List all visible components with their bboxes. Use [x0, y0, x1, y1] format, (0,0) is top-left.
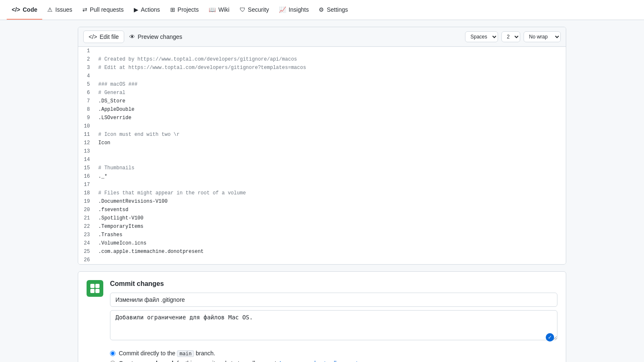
check-icon: ✓ [546, 333, 554, 342]
line-code[interactable] [95, 181, 566, 189]
wiki-icon: 📖 [209, 6, 216, 13]
nav-actions[interactable]: ▶ Actions [129, 0, 165, 20]
table-row: 13 [78, 147, 566, 156]
line-code[interactable] [95, 147, 566, 156]
line-code[interactable]: ### macOS ### [95, 80, 566, 89]
line-number: 18 [78, 189, 95, 197]
line-code[interactable]: .AppleDouble [95, 105, 566, 114]
main-container: </> Edit file 👁 Preview changes Spaces 2… [71, 20, 573, 362]
table-row: 24.VolumeIcon.icns [78, 239, 566, 247]
line-code[interactable]: .DS_Store [95, 97, 566, 105]
line-number: 12 [78, 139, 95, 147]
line-code[interactable] [95, 122, 566, 130]
table-row: 3# Edit at https://www.toptal.com/develo… [78, 64, 566, 72]
svg-rect-2 [90, 289, 95, 293]
table-row: 2# Created by https://www.toptal.com/dev… [78, 55, 566, 64]
nav-pull-requests-label: Pull requests [90, 6, 124, 13]
radio-direct-label: Commit directly to the main branch. [119, 350, 215, 357]
line-code[interactable]: .LSOverride [95, 114, 566, 122]
radio-new-branch-option[interactable]: Create a new branch for this commit and … [110, 360, 557, 362]
line-code[interactable]: .Spotlight-V100 [95, 214, 566, 222]
line-number: 11 [78, 130, 95, 139]
line-number: 17 [78, 181, 95, 189]
line-code[interactable]: # General [95, 89, 566, 97]
line-number: 7 [78, 97, 95, 105]
preview-icon: 👁 [129, 33, 135, 40]
nav-projects[interactable]: ⊞ Projects [165, 0, 204, 20]
code-icon: </> [12, 6, 20, 13]
avatar-block [87, 280, 103, 362]
preview-changes-tab[interactable]: 👁 Preview changes [124, 31, 187, 43]
nav-insights[interactable]: 📈 Insights [274, 0, 314, 20]
actions-icon: ▶ [134, 6, 138, 13]
nav-issues[interactable]: ⚠ Issues [42, 0, 77, 20]
insights-icon: 📈 [279, 6, 286, 13]
line-number: 6 [78, 89, 95, 97]
table-row: 18# Files that might appear in the root … [78, 189, 566, 197]
radio-direct-option[interactable]: Commit directly to the main branch. [110, 350, 557, 357]
line-number: 16 [78, 172, 95, 181]
line-number: 1 [78, 47, 95, 55]
line-code[interactable]: .com.apple.timemachine.donotpresent [95, 247, 566, 256]
pull-request-icon: ⇄ [82, 6, 87, 13]
table-row: 9.LSOverride [78, 114, 566, 122]
toolbar-right: Spaces 2 4 No wrap Soft wrap [465, 31, 561, 42]
edit-tab-label: Edit file [100, 33, 119, 40]
table-row: 10 [78, 122, 566, 130]
table-row: 25.com.apple.timemachine.donotpresent [78, 247, 566, 256]
radio-direct-input[interactable] [110, 351, 115, 356]
line-number: 15 [78, 164, 95, 172]
nav-wiki[interactable]: 📖 Wiki [204, 0, 234, 20]
edit-icon: </> [89, 33, 97, 40]
line-code[interactable]: ._* [95, 172, 566, 181]
line-code[interactable]: .VolumeIcon.icns [95, 239, 566, 247]
avatar-icon [89, 282, 101, 295]
line-number: 20 [78, 206, 95, 214]
table-row: 7.DS_Store [78, 97, 566, 105]
line-code[interactable]: # Created by https://www.toptal.com/deve… [95, 55, 566, 64]
line-code[interactable]: # Thumbnails [95, 164, 566, 172]
nav-security[interactable]: 🛡 Security [235, 0, 274, 20]
svg-rect-0 [90, 284, 95, 288]
table-row: 17 [78, 181, 566, 189]
line-code[interactable]: .Trashes [95, 231, 566, 239]
line-number: 2 [78, 55, 95, 64]
commit-description-wrapper: ✓ [110, 310, 557, 345]
edit-file-tab[interactable]: </> Edit file [83, 31, 124, 43]
indent-size-select[interactable]: 2 4 [501, 31, 520, 42]
nav-insights-label: Insights [289, 6, 309, 13]
line-code[interactable] [95, 72, 566, 80]
line-code[interactable]: .fseventsd [95, 206, 566, 214]
nav-settings[interactable]: ⚙ Settings [314, 0, 353, 20]
spaces-select[interactable]: Spaces [465, 31, 498, 42]
line-number: 10 [78, 122, 95, 130]
nav-actions-label: Actions [141, 6, 160, 13]
nav-issues-label: Issues [55, 6, 72, 13]
line-code[interactable]: .TemporaryItems [95, 222, 566, 231]
line-code[interactable]: .DocumentRevisions-V100 [95, 197, 566, 206]
line-code[interactable]: Icon [95, 139, 566, 147]
commit-description-textarea[interactable] [110, 310, 557, 340]
line-code[interactable]: # Icon must end with two \r [95, 130, 566, 139]
line-number: 13 [78, 147, 95, 156]
editor-card: </> Edit file 👁 Preview changes Spaces 2… [78, 27, 566, 265]
code-table: 12# Created by https://www.toptal.com/de… [78, 47, 566, 264]
line-number: 8 [78, 105, 95, 114]
wrap-select[interactable]: No wrap Soft wrap [524, 31, 561, 42]
commit-summary-input[interactable] [110, 293, 557, 307]
line-code[interactable] [95, 47, 566, 55]
table-row: 22.TemporaryItems [78, 222, 566, 231]
line-code[interactable] [95, 256, 566, 264]
pull-request-learn-more-link[interactable]: Learn more about pull requests. [279, 360, 362, 362]
code-area: 12# Created by https://www.toptal.com/de… [78, 47, 566, 264]
nav-pull-requests[interactable]: ⇄ Pull requests [77, 0, 129, 20]
line-number: 9 [78, 114, 95, 122]
table-row: 14 [78, 156, 566, 164]
table-row: 4 [78, 72, 566, 80]
table-row: 15# Thumbnails [78, 164, 566, 172]
nav-code[interactable]: </> Code [7, 0, 42, 20]
line-code[interactable]: # Files that might appear in the root of… [95, 189, 566, 197]
line-code[interactable]: # Edit at https://www.toptal.com/develop… [95, 64, 566, 72]
line-code[interactable] [95, 156, 566, 164]
security-icon: 🛡 [240, 6, 245, 13]
